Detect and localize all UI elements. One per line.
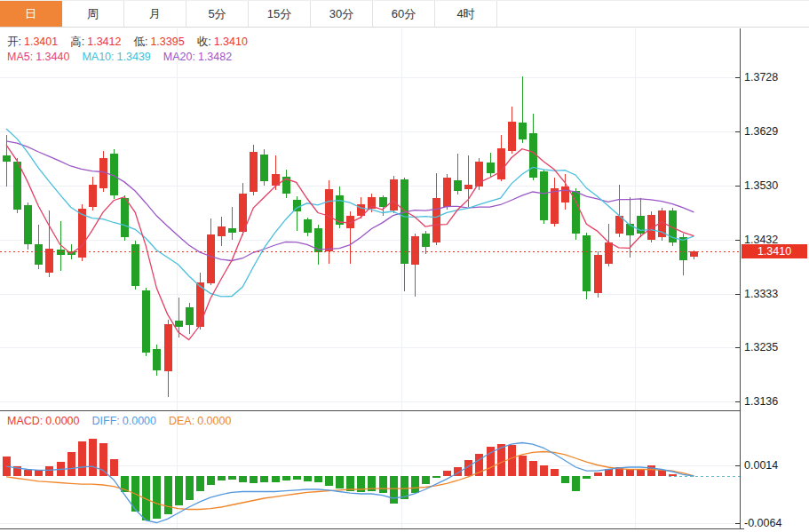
candle-body: [228, 228, 236, 234]
y-axis-label: -0.0064: [744, 517, 781, 529]
macd-hist-bar: [282, 476, 290, 480]
macd-hist-bar: [239, 476, 247, 482]
ma-legend-ma10: MA10:1.3439: [82, 51, 150, 63]
legend-value: 1.3439: [117, 51, 151, 63]
candle-body: [647, 215, 655, 240]
legend-label: MACD:: [7, 415, 43, 427]
macd-hist-bar: [35, 470, 43, 476]
candle-body: [551, 188, 559, 224]
legend-label: 开:: [7, 36, 21, 48]
candle-body: [679, 237, 687, 260]
macd-hist-bar: [336, 476, 344, 488]
legend-value: 1.3401: [24, 36, 58, 48]
macd-hist-bar: [175, 476, 183, 505]
legend-value: 1.3410: [214, 36, 248, 48]
candle-body: [260, 155, 268, 181]
macd-hist-bar: [89, 439, 97, 476]
candle-body: [443, 178, 451, 207]
macd-hist-bar: [529, 461, 537, 476]
candle-body: [379, 197, 387, 206]
candle-body: [175, 321, 183, 327]
candle-body: [218, 226, 226, 235]
macd-hist-bar: [346, 476, 354, 491]
candle-body: [540, 171, 548, 220]
candle-body: [207, 234, 215, 283]
macd-hist-bar: [658, 470, 666, 476]
candle-body: [605, 242, 613, 263]
legend-value: 1.3412: [87, 36, 121, 48]
macd-hist-bar: [196, 476, 204, 491]
y-axis-label: 1.3530: [744, 179, 778, 192]
legend-label: MA5:: [7, 51, 33, 63]
candle-body: [121, 198, 129, 237]
candle-body: [142, 290, 150, 353]
legend-value: 0.0000: [45, 415, 79, 427]
candle-body: [411, 236, 419, 266]
candle-body: [583, 235, 591, 291]
macd-hist-bar: [78, 441, 86, 476]
candle-body: [153, 349, 161, 370]
candle-body: [164, 324, 172, 371]
y-axis-label: 1.3235: [744, 341, 778, 353]
macd-hist-bar: [260, 476, 268, 482]
macd-hist-bar: [228, 476, 236, 480]
legend-value: 0.0000: [123, 415, 156, 427]
macd-legend-dea: DEA:0.0000: [169, 415, 231, 427]
macd-hist-bar: [218, 476, 226, 480]
macd-hist-bar: [508, 445, 516, 476]
ohlc-info-row: 开:1.3401高:1.3412低:1.3395收:1.3410: [7, 36, 248, 48]
ohlc-legend-low: 低:1.3395: [133, 36, 184, 48]
candle-body: [594, 255, 602, 293]
macd-hist-bar: [379, 476, 387, 493]
macd-hist-bar: [314, 476, 322, 482]
y-axis-label: 1.3728: [744, 71, 778, 83]
candle-body: [454, 180, 462, 191]
candle-body: [508, 122, 516, 151]
legend-label: 高:: [70, 36, 84, 48]
macd-hist-bar: [411, 476, 419, 493]
ma-info-row: MA5:1.3440MA10:1.3439MA20:1.3482: [7, 51, 232, 63]
ma-legend-ma5: MA5:1.3440: [7, 51, 69, 63]
macd-hist-bar: [594, 472, 602, 476]
macd-hist-bar: [422, 476, 430, 484]
legend-label: 低:: [133, 36, 147, 48]
candle-body: [401, 179, 408, 264]
candle-body: [422, 234, 430, 246]
candle-body: [24, 205, 32, 244]
macd-hist-bar: [153, 476, 161, 519]
legend-value: 0.0000: [197, 415, 231, 427]
candle-body: [89, 185, 97, 207]
candle-body: [186, 307, 194, 325]
candle-body: [390, 179, 398, 210]
macd-hist-bar: [24, 470, 32, 476]
macd-hist-bar: [443, 471, 451, 476]
candle-body: [250, 152, 258, 193]
macd-legend-macd: MACD:0.0000: [7, 415, 80, 427]
macd-hist-bar: [647, 465, 655, 476]
chart-canvas[interactable]: [0, 0, 809, 532]
candle-body: [464, 185, 472, 189]
ohlc-legend-high: 高:1.3412: [70, 36, 121, 48]
macd-hist-bar: [110, 459, 118, 476]
ohlc-legend-open: 开:1.3401: [7, 36, 58, 48]
macd-hist-bar: [325, 476, 333, 486]
legend-label: MA20:: [163, 51, 195, 63]
candle-body: [325, 189, 333, 251]
legend-value: 1.3440: [36, 51, 69, 63]
y-axis-label: 1.3333: [744, 288, 778, 300]
candle-body: [131, 244, 139, 286]
candle-body: [196, 282, 204, 326]
candle-body: [3, 155, 11, 162]
legend-value: 1.3482: [198, 51, 232, 63]
macd-hist-bar: [432, 476, 440, 478]
macd-hist-bar: [293, 476, 301, 480]
candle-body: [13, 162, 21, 210]
macd-hist-bar: [272, 476, 280, 482]
legend-label: DIFF:: [92, 415, 120, 427]
candle-body: [432, 198, 440, 242]
macd-hist-bar: [572, 476, 580, 491]
macd-hist-bar: [304, 476, 312, 481]
macd-hist-bar: [250, 476, 258, 483]
y-axis-label: 1.3136: [744, 395, 778, 408]
y-axis-label: 0.0014: [744, 459, 778, 472]
